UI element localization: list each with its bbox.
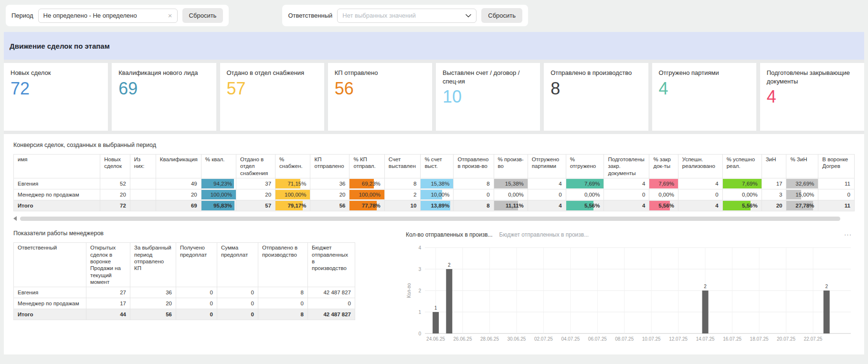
bar-label: 1 bbox=[434, 305, 437, 311]
table-row: Менеджер по продажам2020100,00%20100,00%… bbox=[14, 189, 855, 200]
chart-tab-budget[interactable]: Бюджет отправленных в произв... bbox=[499, 231, 589, 238]
bar-label: 2 bbox=[825, 284, 828, 289]
percent-cell: 0,00% bbox=[494, 189, 528, 200]
row-name: Итого bbox=[14, 200, 100, 211]
responsible-reset-button[interactable]: Сбросить bbox=[481, 8, 522, 23]
value-cell: 0 bbox=[176, 298, 217, 309]
column-header: ЗиН bbox=[762, 155, 786, 178]
value-cell: 20 bbox=[156, 189, 201, 200]
bar[interactable] bbox=[433, 312, 439, 333]
value-cell: 20 bbox=[100, 189, 130, 200]
percent-cell: 100,00% bbox=[201, 189, 236, 200]
y-tick-label: 0 bbox=[418, 331, 421, 336]
table-row: Евгения524994,23%3771,15%3669,23%815,38%… bbox=[14, 178, 855, 189]
row-name: Менеджер по продажам bbox=[14, 298, 86, 309]
value-cell: 0 bbox=[454, 189, 494, 200]
percent-cell: 15,38% bbox=[421, 178, 454, 189]
kpi-label: Отгружено партиями bbox=[659, 69, 750, 77]
table-row: Евгения273600842 487 827 bbox=[14, 287, 355, 298]
responsible-select[interactable]: Нет выбранных значений bbox=[337, 9, 476, 23]
value-cell: 0 bbox=[258, 298, 308, 309]
kpi-label: Новых сделок bbox=[11, 69, 101, 77]
column-header: % произв-во bbox=[494, 155, 528, 178]
bar-label: 2 bbox=[704, 284, 707, 289]
chart-panel: Кол-во отправленных в произв... Бюджет о… bbox=[406, 230, 855, 354]
kpi-label: Подготовлены закрывающие документы bbox=[767, 69, 857, 85]
x-tick-label: 26.06.25 bbox=[454, 336, 472, 342]
bottom-panels: Показатели работы менеджеров Ответственн… bbox=[4, 222, 864, 354]
value-cell: 52 bbox=[100, 178, 130, 189]
value-cell: 4 bbox=[678, 178, 722, 189]
percent-cell: 7,69% bbox=[649, 178, 678, 189]
chart-menu-button[interactable]: ··· bbox=[844, 231, 855, 238]
column-header: В воронке Догрев bbox=[818, 155, 855, 178]
column-header: Из них: bbox=[130, 155, 156, 178]
kpi-card: Отправлено в производство8 bbox=[544, 63, 648, 131]
column-header: % квал. bbox=[201, 155, 236, 178]
percent-cell: 79,17% bbox=[275, 200, 310, 211]
chevron-down-icon bbox=[466, 14, 471, 18]
managers-table: ОтветственныйОткрытых сделок в воронке П… bbox=[13, 242, 355, 320]
scroll-left-arrow-icon[interactable] bbox=[13, 216, 17, 221]
period-input[interactable]: Не определено - Не определено × bbox=[38, 9, 178, 23]
row-name: Евгения bbox=[14, 178, 100, 189]
value-cell: 56 bbox=[130, 309, 176, 320]
value-cell: 8 bbox=[258, 287, 308, 298]
column-header: Бюджет отправленных в производство bbox=[308, 243, 355, 287]
value-cell: 0 bbox=[217, 309, 258, 320]
column-header: Успешн. реализовано bbox=[678, 155, 722, 178]
bar-chart: 0123424.06.2526.06.2528.06.2530.06.2502.… bbox=[406, 239, 855, 353]
chart-tab-count[interactable]: Кол-во отправленных в произв... bbox=[406, 231, 493, 238]
period-filter: Период Не определено - Не определено × С… bbox=[6, 5, 229, 26]
value-cell: 27 bbox=[86, 287, 130, 298]
column-header: Получено предоплат bbox=[176, 243, 217, 287]
bar[interactable] bbox=[824, 291, 830, 333]
value-cell: 49 bbox=[156, 178, 201, 189]
value-cell: 0 bbox=[217, 298, 258, 309]
value-cell: 17 bbox=[762, 178, 786, 189]
value-cell: 57 bbox=[236, 200, 275, 211]
column-header: % успешно реал. bbox=[722, 155, 762, 178]
table-row: Менеджер по продажам17200000 bbox=[14, 298, 355, 309]
kpi-card: Квалификация нового лида69 bbox=[112, 63, 216, 131]
y-tick-label: 2 bbox=[418, 288, 421, 293]
kpi-card: Подготовлены закрывающие документы4 bbox=[760, 63, 864, 131]
column-header: Счет выставлен bbox=[384, 155, 421, 178]
percent-cell: 15,38% bbox=[494, 178, 528, 189]
column-header: Подготовлены закр. документы bbox=[604, 155, 649, 178]
percent-cell: 11,11% bbox=[494, 200, 528, 211]
column-header: Сумма предоплат bbox=[217, 243, 258, 287]
header-row: ОтветственныйОткрытых сделок в воронке П… bbox=[14, 243, 355, 287]
percent-cell: 0,00% bbox=[566, 189, 604, 200]
x-tick-label: 22.07.25 bbox=[804, 336, 822, 342]
bar[interactable] bbox=[702, 291, 709, 333]
column-header: % счет выст. bbox=[421, 155, 454, 178]
value-cell: 3 bbox=[762, 189, 786, 200]
chart-tabs: Кол-во отправленных в произв... Бюджет о… bbox=[406, 231, 855, 238]
kpi-value: 10 bbox=[443, 87, 533, 107]
kpi-value: 72 bbox=[11, 79, 101, 99]
value-cell: 4 bbox=[604, 200, 649, 211]
value-cell: 20 bbox=[762, 200, 786, 211]
percent-cell: 0,00% bbox=[649, 189, 678, 200]
value-cell: 11 bbox=[818, 178, 855, 189]
percent-cell: 32,69% bbox=[786, 178, 818, 189]
period-reset-button[interactable]: Сбросить bbox=[182, 8, 223, 23]
bar[interactable] bbox=[446, 269, 452, 333]
x-tick-label: 12.07.25 bbox=[669, 336, 688, 342]
value-cell: 0 bbox=[604, 189, 649, 200]
column-header: Отдано в отдел снабжения bbox=[236, 155, 275, 178]
value-cell: 8 bbox=[258, 309, 308, 320]
value-cell bbox=[130, 189, 156, 200]
value-cell: 69 bbox=[156, 200, 201, 211]
kpi-value: 8 bbox=[550, 79, 641, 99]
value-cell: 10 bbox=[384, 200, 421, 211]
table-row: Итого726995,83%5779,17%5677,78%1013,89%8… bbox=[14, 200, 855, 211]
scrollbar-thumb[interactable] bbox=[20, 217, 840, 221]
percent-cell: 69,23% bbox=[349, 178, 384, 189]
kpi-value: 4 bbox=[659, 79, 750, 99]
value-cell: 20 bbox=[236, 189, 275, 200]
value-cell: 56 bbox=[310, 200, 349, 211]
x-tick-label: 20.07.25 bbox=[777, 336, 795, 342]
clear-icon[interactable]: × bbox=[168, 12, 172, 19]
